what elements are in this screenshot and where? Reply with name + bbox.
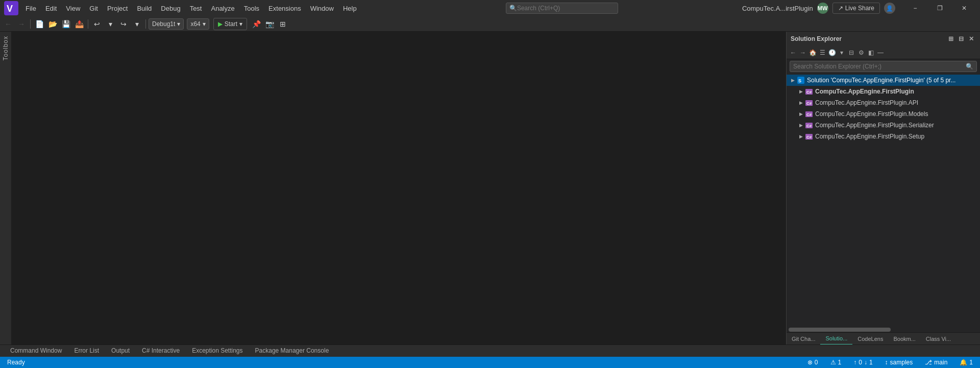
back-button[interactable]: ← bbox=[2, 18, 14, 30]
menu-extensions[interactable]: Extensions bbox=[264, 3, 305, 14]
vs-logo-icon: V bbox=[4, 1, 18, 15]
user-avatar[interactable]: MW bbox=[817, 3, 828, 14]
menu-window[interactable]: Window bbox=[306, 3, 338, 14]
menu-analyze[interactable]: Analyze bbox=[207, 3, 238, 14]
tab-cs-interactive[interactable]: C# Interactive bbox=[136, 345, 186, 357]
tab-output[interactable]: Output bbox=[105, 345, 136, 357]
editor-area[interactable] bbox=[11, 32, 786, 344]
maximize-button[interactable]: ❐ bbox=[928, 0, 951, 16]
menu-view[interactable]: View bbox=[62, 3, 84, 14]
title-bar: V File Edit View Git Project Build Debug… bbox=[0, 0, 980, 16]
se-history-dropdown[interactable]: ▾ bbox=[837, 48, 846, 57]
open-button[interactable]: 📂 bbox=[46, 18, 59, 30]
se-back-button[interactable]: ← bbox=[789, 48, 798, 57]
global-search-input[interactable] bbox=[517, 5, 604, 12]
se-collapse-button[interactable]: ⊟ bbox=[847, 48, 856, 57]
start-button[interactable]: ▶ Start ▾ bbox=[213, 18, 247, 30]
window-controls: − ❐ ✕ bbox=[903, 0, 976, 16]
tree-project-4[interactable]: ▶ C# CompuTec.AppEngine.FirstPlugin.Setu… bbox=[787, 131, 980, 142]
minimize-button[interactable]: − bbox=[903, 0, 927, 16]
undo-dropdown[interactable]: ▾ bbox=[104, 18, 116, 30]
se-forward-button[interactable]: → bbox=[798, 48, 807, 57]
menu-help[interactable]: Help bbox=[339, 3, 361, 14]
tab-error-list[interactable]: Error List bbox=[68, 345, 105, 357]
tab-command-window[interactable]: Command Window bbox=[4, 345, 68, 357]
bottom-tabs-bar: Command Window Error List Output C# Inte… bbox=[0, 344, 980, 357]
save-all-button[interactable]: 💾 bbox=[60, 18, 72, 30]
platform-dropdown[interactable]: x64 ▾ bbox=[187, 18, 209, 30]
se-title-controls: ⊞ ⊟ ✕ bbox=[946, 34, 976, 43]
se-filter-button[interactable]: ☰ bbox=[818, 48, 827, 57]
svg-text:C#: C# bbox=[806, 135, 812, 140]
status-notifications[interactable]: 🔔 1 bbox=[957, 357, 976, 368]
menu-build[interactable]: Build bbox=[133, 3, 156, 14]
status-ready[interactable]: Ready bbox=[4, 357, 28, 368]
se-properties-button[interactable]: ⚙ bbox=[856, 48, 866, 57]
menu-file[interactable]: File bbox=[21, 3, 40, 14]
tab-package-manager[interactable]: Package Manager Console bbox=[249, 345, 335, 357]
se-tab-solution[interactable]: Solutio... bbox=[820, 333, 852, 345]
menu-debug[interactable]: Debug bbox=[157, 3, 184, 14]
se-horizontal-scrollbar[interactable] bbox=[787, 327, 980, 332]
se-pin-button[interactable]: ⊞ bbox=[946, 34, 955, 43]
se-home-button[interactable]: 🏠 bbox=[808, 48, 817, 57]
forward-button[interactable]: → bbox=[15, 18, 28, 30]
tree-project-label-2: CompuTec.AppEngine.FirstPlugin.Models bbox=[815, 110, 928, 118]
menu-edit[interactable]: Edit bbox=[41, 3, 61, 14]
cs-project-icon-3: C# bbox=[805, 121, 813, 129]
status-sync[interactable]: ↕ samples bbox=[882, 357, 916, 368]
tree-project-1[interactable]: ▶ C# CompuTec.AppEngine.FirstPlugin.API bbox=[787, 97, 980, 108]
status-left: Ready bbox=[4, 357, 28, 368]
se-tab-classview[interactable]: Class Vi... bbox=[921, 333, 956, 345]
status-git[interactable]: ⎇ main bbox=[922, 357, 950, 368]
se-tab-bookmarks[interactable]: Bookm... bbox=[888, 333, 920, 345]
tab-exception-settings[interactable]: Exception Settings bbox=[186, 345, 249, 357]
se-history-button[interactable]: 🕐 bbox=[827, 48, 837, 57]
menu-test[interactable]: Test bbox=[186, 3, 206, 14]
tree-project-3[interactable]: ▶ C# CompuTec.AppEngine.FirstPlugin.Seri… bbox=[787, 120, 980, 131]
notification-count: 1 bbox=[969, 359, 973, 366]
config-dropdown[interactable]: Debug1t ▾ bbox=[149, 18, 184, 30]
live-share-button[interactable]: ↗ Live Share bbox=[832, 3, 880, 14]
tree-root-item[interactable]: ▶ S Solution 'CompuTec.AppEngine.FirstPl… bbox=[787, 75, 980, 86]
menu-tools[interactable]: Tools bbox=[240, 3, 263, 14]
tree-project-0[interactable]: ▶ C# CompuTec.AppEngine.FirstPlugin bbox=[787, 86, 980, 97]
toolbar-separator-1 bbox=[30, 19, 31, 29]
git-icon: ⎇ bbox=[925, 359, 932, 366]
attach-button[interactable]: 📌 bbox=[250, 18, 262, 30]
solution-explorer: Solution Explorer ⊞ ⊟ ✕ ← → 🏠 ☰ 🕐 ▾ ⊟ ⚙ … bbox=[786, 32, 980, 344]
down-arrow-icon: ↓ bbox=[864, 359, 867, 366]
new-file-button[interactable]: 📄 bbox=[33, 18, 45, 30]
status-right: ⊗ 0 ⚠ 1 ↑ 0 ↓ 1 ↕ samples ⎇ main 🔔 1 bbox=[804, 357, 976, 368]
undo-button[interactable]: ↩ bbox=[91, 18, 103, 30]
se-tree[interactable]: ▶ S Solution 'CompuTec.AppEngine.FirstPl… bbox=[787, 74, 980, 327]
status-errors[interactable]: ⊗ 0 bbox=[804, 357, 821, 368]
se-close2-button[interactable]: — bbox=[876, 48, 885, 57]
se-search-icon: 🔍 bbox=[966, 63, 973, 70]
se-tab-codelens[interactable]: CodeLens bbox=[852, 333, 888, 345]
se-search-input[interactable] bbox=[793, 63, 964, 70]
global-search-box[interactable]: 🔍 bbox=[506, 3, 618, 14]
tree-project-2[interactable]: ▶ C# CompuTec.AppEngine.FirstPlugin.Mode… bbox=[787, 108, 980, 120]
user-avatar-2[interactable]: 👤 bbox=[884, 3, 895, 14]
platform-label: x64 bbox=[190, 20, 200, 28]
se-tab-git[interactable]: Git Cha... bbox=[787, 333, 820, 345]
se-dropdown-button[interactable]: ⊟ bbox=[957, 34, 966, 43]
redo-dropdown[interactable]: ▾ bbox=[131, 18, 143, 30]
tree-arrow-2: ▶ bbox=[797, 110, 805, 118]
redo-button[interactable]: ↪ bbox=[117, 18, 130, 30]
status-branch[interactable]: ↑ 0 ↓ 1 bbox=[850, 357, 875, 368]
status-warnings[interactable]: ⚠ 1 bbox=[827, 357, 845, 368]
se-close-button[interactable]: ✕ bbox=[967, 34, 976, 43]
publish-button[interactable]: 📤 bbox=[73, 18, 85, 30]
se-scroll-thumb[interactable] bbox=[789, 328, 891, 332]
misc-button[interactable]: ⊞ bbox=[277, 18, 289, 30]
se-preview-button[interactable]: ◧ bbox=[866, 48, 875, 57]
platform-chevron-icon: ▾ bbox=[203, 20, 206, 28]
menu-project[interactable]: Project bbox=[103, 3, 132, 14]
se-search-bar[interactable]: 🔍 bbox=[790, 61, 977, 72]
screenshot-button[interactable]: 📷 bbox=[263, 18, 276, 30]
menu-git[interactable]: Git bbox=[85, 3, 102, 14]
tree-project-label-0: CompuTec.AppEngine.FirstPlugin bbox=[815, 88, 914, 95]
close-button[interactable]: ✕ bbox=[952, 0, 976, 16]
